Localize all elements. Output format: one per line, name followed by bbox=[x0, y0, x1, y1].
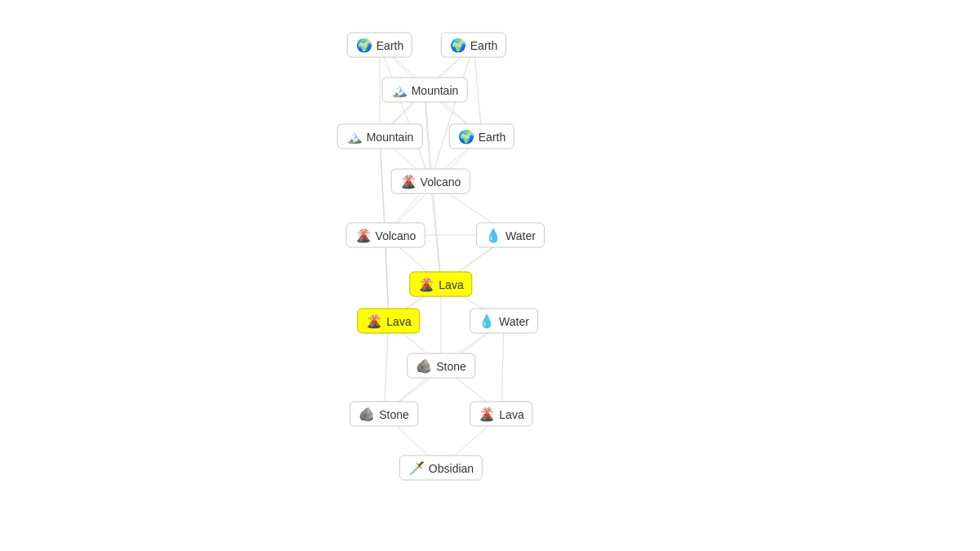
node-label-earth3: Earth bbox=[479, 130, 506, 143]
node-icon-lava3: 🌋 bbox=[479, 407, 495, 422]
node-earth2[interactable]: 🌍Earth bbox=[441, 33, 506, 58]
node-label-stone2: Stone bbox=[379, 407, 409, 420]
node-label-mountain2: Mountain bbox=[367, 130, 414, 143]
node-label-water1: Water bbox=[506, 229, 536, 242]
node-label-lava2: Lava bbox=[386, 314, 411, 327]
node-label-earth2: Earth bbox=[470, 38, 497, 51]
node-label-obsidian: Obsidian bbox=[429, 461, 474, 474]
svg-line-33 bbox=[430, 181, 441, 284]
node-water2[interactable]: 💧Water bbox=[470, 309, 538, 334]
node-earth3[interactable]: 🌍Earth bbox=[449, 124, 514, 149]
node-mountain2[interactable]: 🏔️Mountain bbox=[337, 124, 423, 149]
node-icon-volcano1: 🌋 bbox=[400, 174, 416, 189]
node-icon-mountain1: 🏔️ bbox=[391, 82, 408, 98]
svg-line-11 bbox=[380, 136, 385, 235]
node-label-mountain1: Mountain bbox=[412, 83, 459, 96]
graph-canvas: 🌍Earth🌍Earth🏔️Mountain🏔️Mountain🌍Earth🌋V… bbox=[0, 0, 980, 551]
svg-line-8 bbox=[425, 90, 430, 181]
node-stone1[interactable]: 🪨Stone bbox=[407, 353, 475, 379]
node-volcano1[interactable]: 🌋Volcano bbox=[391, 169, 470, 194]
node-label-water2: Water bbox=[499, 314, 529, 327]
node-icon-volcano2: 🌋 bbox=[355, 228, 372, 243]
node-icon-earth3: 🌍 bbox=[458, 129, 474, 144]
node-earth1[interactable]: 🌍Earth bbox=[347, 33, 412, 58]
node-icon-lava1: 🌋 bbox=[418, 277, 434, 292]
node-label-volcano2: Volcano bbox=[376, 229, 416, 242]
svg-line-30 bbox=[430, 45, 474, 181]
node-icon-obsidian: 🗡️ bbox=[408, 460, 425, 476]
svg-line-36 bbox=[501, 321, 504, 414]
node-mountain1[interactable]: 🏔️Mountain bbox=[382, 78, 468, 103]
node-icon-mountain2: 🏔️ bbox=[346, 129, 363, 144]
node-stone2[interactable]: 🪨Stone bbox=[350, 402, 418, 427]
node-icon-lava2: 🌋 bbox=[366, 313, 382, 329]
node-icon-water1: 💧 bbox=[485, 228, 501, 243]
svg-line-5 bbox=[474, 45, 482, 136]
node-lava3[interactable]: 🌋Lava bbox=[470, 402, 532, 427]
svg-line-23 bbox=[384, 321, 389, 414]
node-icon-stone1: 🪨 bbox=[416, 358, 432, 374]
node-volcano2[interactable]: 🌋Volcano bbox=[346, 223, 425, 248]
svg-line-29 bbox=[380, 45, 430, 181]
node-water1[interactable]: 💧Water bbox=[476, 223, 545, 248]
node-label-lava1: Lava bbox=[439, 278, 463, 291]
node-lava2[interactable]: 🌋Lava bbox=[357, 309, 420, 334]
node-lava1[interactable]: 🌋Lava bbox=[409, 272, 472, 297]
node-label-earth1: Earth bbox=[376, 38, 403, 51]
connection-lines bbox=[0, 0, 980, 551]
node-icon-water2: 💧 bbox=[479, 313, 495, 329]
node-label-lava3: Lava bbox=[499, 407, 523, 420]
node-icon-earth2: 🌍 bbox=[450, 38, 466, 53]
node-icon-stone2: 🪨 bbox=[359, 407, 375, 422]
node-icon-earth1: 🌍 bbox=[356, 38, 372, 53]
node-label-stone1: Stone bbox=[436, 359, 466, 372]
node-obsidian[interactable]: 🗡️Obsidian bbox=[399, 455, 483, 481]
node-label-volcano1: Volcano bbox=[421, 175, 461, 188]
